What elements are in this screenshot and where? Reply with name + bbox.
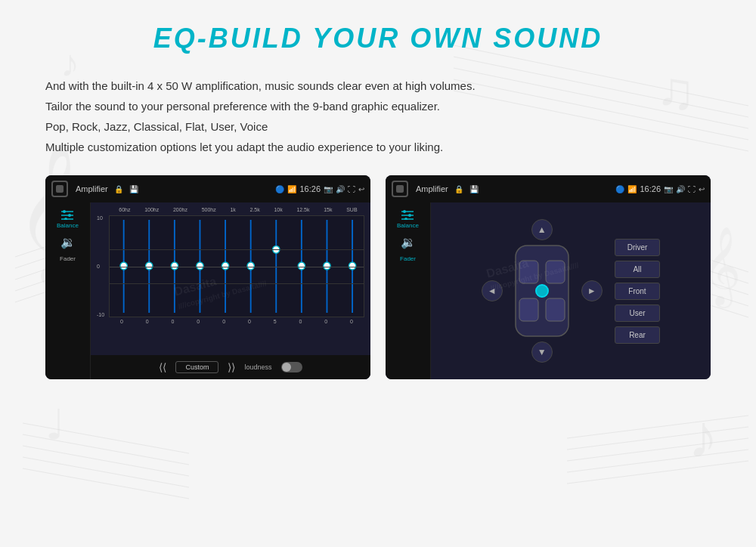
home-button-right[interactable] (392, 181, 408, 197)
svg-line-19 (567, 461, 748, 484)
freq-labels: 60hz 100hz 200hz 500hz 1k 2.5k 10k 12.5k… (112, 207, 364, 212)
music-note-4: ♩ (45, 400, 65, 449)
svg-point-54 (408, 214, 411, 217)
desc-line-1: And with the built-in 4 x 50 W amplifica… (45, 76, 711, 96)
android-bar-left: Amplifier 🔒 💾 🔵 📶 16:26 📷 🔊 ⛶ ↩ (45, 175, 370, 202)
svg-line-18 (567, 450, 748, 472)
y-label-10: 10 (97, 215, 104, 221)
description-block: And with the built-in 4 x 50 W amplifica… (45, 76, 711, 157)
val-4: 0 (197, 319, 200, 324)
fader-sidebar-balance[interactable]: Balance (397, 209, 419, 229)
page-title: EQ-BUILD YOUR OWN SOUND (45, 23, 711, 54)
svg-point-30 (64, 218, 67, 220)
svg-line-13 (23, 457, 189, 487)
app-title-left: Amplifier (76, 184, 108, 193)
val-2: 0 (146, 319, 149, 324)
arrow-right[interactable]: ► (581, 280, 603, 301)
status-icons-left: 🔵 📶 16:26 📷 🔊 ⛶ ↩ (275, 184, 364, 193)
svg-point-28 (68, 214, 71, 217)
next-button[interactable]: ⟩⟩ (228, 361, 235, 373)
svg-point-62 (536, 285, 548, 297)
android-bar-right: Amplifier 🔒 💾 🔵 📶 16:26 📷 🔊 ⛶ ↩ (386, 175, 711, 202)
eq-bars-area (109, 215, 364, 317)
grid-line-3 (110, 283, 364, 284)
loudness-toggle[interactable] (281, 362, 302, 372)
fader-sidebar-volume[interactable]: 🔉 (401, 235, 416, 249)
front-button[interactable]: Front (615, 283, 661, 300)
eq-value-labels: 0 0 0 0 0 0 5 0 0 0 (109, 319, 364, 324)
svg-rect-59 (546, 261, 565, 283)
fader-label-left: Fader (60, 255, 76, 262)
wifi-icon: 📶 (287, 185, 296, 193)
back-icon-left[interactable]: ↩ (358, 185, 364, 193)
svg-rect-58 (519, 261, 538, 283)
val-1: 0 (120, 319, 123, 324)
grid-line-mid (110, 267, 364, 267)
music-note-3: ♪ (688, 402, 718, 471)
sd-icon-right: 💾 (469, 185, 479, 193)
val-3: 0 (172, 319, 175, 324)
freq-200: 200hz (173, 207, 187, 212)
svg-line-10 (23, 423, 189, 453)
sd-icon-left: 💾 (129, 185, 138, 193)
sliders-icon (60, 209, 75, 221)
svg-point-56 (404, 218, 407, 220)
sidebar-volume[interactable]: 🔉 (60, 235, 76, 249)
desc-line-4: Multiple customization options let you a… (45, 137, 711, 157)
bt-icon-r: 🔵 (615, 185, 624, 193)
camera-icon: 📷 (324, 185, 333, 193)
fader-sidebar-fader[interactable]: Fader (400, 255, 416, 262)
arrow-up[interactable]: ▲ (531, 219, 553, 240)
back-icon-right[interactable]: ↩ (699, 185, 705, 193)
volume-icon-right: 🔉 (401, 235, 416, 249)
loudness-label: loudness (244, 363, 271, 371)
freq-60: 60hz (119, 207, 130, 212)
expand-icon: ⛶ (348, 185, 355, 193)
val-8: 0 (299, 319, 302, 324)
sidebar-balance[interactable]: Balance (57, 209, 79, 229)
y-label-neg10: -10 (97, 312, 104, 317)
lock-icon-left: 🔒 (114, 185, 123, 193)
arrow-down[interactable]: ▼ (531, 341, 553, 363)
car-body-svg (508, 238, 576, 344)
wifi-icon-r: 📶 (627, 185, 637, 193)
arrow-left[interactable]: ◄ (482, 280, 503, 301)
svg-line-17 (567, 438, 748, 461)
sidebar-fader[interactable]: Fader (60, 255, 76, 262)
y-labels: 10 0 -10 (97, 215, 104, 317)
fader-content: Balance 🔉 Fader Dasaita////copyright by … (386, 202, 711, 379)
eq-bottom-controls: ⟨⟨ Custom ⟩⟩ loudness (91, 355, 370, 379)
status-icons-right: 🔵 📶 16:26 📷 🔊 ⛶ ↩ (615, 184, 705, 193)
svg-rect-61 (546, 298, 565, 321)
val-7: 5 (274, 319, 277, 324)
svg-point-26 (63, 210, 66, 213)
camera-icon-r: 📷 (664, 185, 673, 193)
val-9: 0 (324, 319, 327, 324)
freq-10k: 10k (274, 207, 282, 212)
user-button[interactable]: User (615, 304, 661, 322)
all-button[interactable]: All (615, 261, 661, 278)
vol-icon: 🔊 (336, 185, 345, 193)
desc-line-3: Pop, Rock, Jazz, Classical, Flat, User, … (45, 116, 711, 137)
vol-icon-r: 🔊 (676, 185, 685, 193)
balance-label: Balance (57, 222, 79, 229)
time-right: 16:26 (640, 184, 661, 193)
svg-line-16 (567, 427, 748, 450)
freq-12k5: 12.5k (296, 207, 309, 212)
grid-line-1 (110, 249, 364, 250)
lock-icon-right: 🔒 (454, 185, 463, 193)
svg-line-15 (567, 416, 748, 438)
freq-500: 500hz (202, 207, 216, 212)
home-button-left[interactable] (51, 181, 68, 197)
driver-button[interactable]: Driver (615, 239, 661, 256)
prev-button[interactable]: ⟨⟨ (159, 361, 166, 373)
custom-button[interactable]: Custom (175, 361, 218, 373)
desc-line-2: Tailor the sound to your personal prefer… (45, 96, 711, 116)
freq-2k5: 2.5k (250, 207, 260, 212)
fader-screen: Amplifier 🔒 💾 🔵 📶 16:26 📷 🔊 ⛶ ↩ (386, 175, 711, 379)
balance-label-right: Balance (397, 222, 419, 229)
svg-line-12 (23, 446, 189, 476)
fader-label-right: Fader (400, 255, 416, 262)
eq-content: Balance 🔉 Fader Dasaita////copyright by … (45, 202, 370, 379)
rear-button[interactable]: Rear (615, 326, 661, 344)
